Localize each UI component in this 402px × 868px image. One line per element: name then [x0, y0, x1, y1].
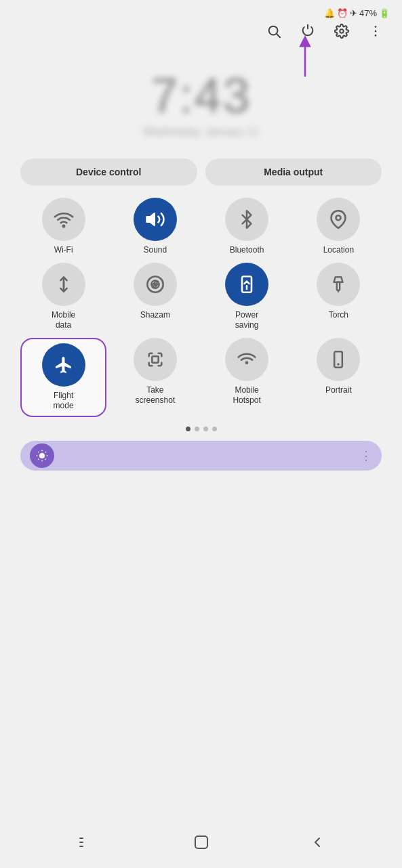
mobile-data-icon-circle	[42, 263, 85, 306]
sound-icon-circle	[134, 198, 177, 241]
svg-point-10	[336, 215, 341, 220]
svg-rect-33	[195, 836, 207, 848]
qs-header	[0, 21, 402, 47]
tile-mobile-data[interactable]: Mobiledata	[20, 263, 106, 331]
control-buttons: Device control Media output	[20, 158, 382, 186]
power-saving-icon-circle	[225, 263, 268, 306]
alarm-icon: 🔔	[324, 8, 335, 18]
portrait-icon-circle	[317, 338, 360, 381]
svg-point-2	[340, 29, 344, 33]
torch-label: Torch	[329, 310, 348, 321]
hotspot-icon-circle	[225, 338, 268, 381]
svg-point-8	[62, 225, 64, 227]
flight-mode-label: Flightmode	[54, 391, 74, 412]
power-icon[interactable]	[300, 24, 315, 42]
airplane-icon: ✈	[350, 8, 357, 18]
wifi-icon-circle	[42, 198, 85, 241]
brightness-thumb	[30, 443, 54, 468]
svg-rect-17	[152, 356, 158, 362]
screenshot-label: Takescreenshot	[136, 385, 176, 406]
brightness-more-icon[interactable]: ⋮	[360, 448, 372, 463]
location-icon-circle	[317, 198, 360, 241]
dot-1	[186, 427, 190, 431]
search-icon[interactable]	[266, 24, 281, 42]
portrait-label: Portrait	[325, 385, 352, 396]
svg-point-5	[375, 35, 377, 37]
device-control-button[interactable]: Device control	[20, 158, 197, 186]
tile-portrait[interactable]: Portrait	[296, 338, 382, 417]
bluetooth-label: Bluetooth	[230, 245, 264, 256]
battery-percentage: 47%	[359, 8, 377, 18]
torch-icon-circle	[317, 263, 360, 306]
more-options-icon[interactable]	[368, 24, 383, 42]
tile-mobile-hotspot[interactable]: MobileHotspot	[204, 338, 290, 417]
hotspot-label: MobileHotspot	[233, 385, 260, 406]
status-bar: 🔔 ⏰ ✈ 47% 🔋	[0, 0, 402, 21]
flight-mode-icon-circle	[42, 343, 85, 387]
svg-rect-15	[337, 282, 340, 290]
dot-3	[203, 427, 208, 431]
dot-4	[212, 427, 217, 431]
clock-area: 7:43 Wednesday, January 11	[0, 47, 402, 152]
svg-line-1	[277, 34, 280, 37]
bluetooth-icon-circle	[225, 198, 268, 241]
svg-point-21	[39, 453, 45, 458]
svg-line-29	[45, 452, 46, 452]
tile-wifi[interactable]: Wi-Fi	[20, 198, 106, 256]
tile-location[interactable]: Location	[296, 198, 382, 256]
clock-date: Wednesday, January 11	[143, 126, 259, 138]
clock-time: 7:43	[150, 68, 251, 123]
quick-tiles-area: Device control Media output Wi-Fi	[0, 152, 402, 431]
svg-line-25	[45, 459, 46, 460]
battery-icon: 🔋	[379, 8, 390, 18]
location-label: Location	[323, 245, 354, 256]
media-output-button[interactable]: Media output	[205, 158, 382, 186]
settings-icon[interactable]	[334, 24, 349, 42]
mobile-data-label: Mobiledata	[52, 310, 75, 331]
svg-point-18	[245, 361, 249, 364]
svg-marker-9	[146, 213, 154, 225]
shazam-icon-circle	[134, 263, 177, 306]
tile-shazam[interactable]: Shazam	[112, 263, 198, 331]
tile-flight-mode[interactable]: Flightmode	[20, 338, 106, 417]
svg-point-4	[375, 30, 377, 32]
status-icons: 🔔 ⏰ ✈ 47% 🔋	[324, 8, 390, 18]
dot-2	[195, 427, 199, 431]
shazam-label: Shazam	[140, 310, 170, 321]
svg-line-24	[38, 452, 39, 452]
bottom-navigation	[0, 821, 402, 868]
back-button[interactable]	[302, 827, 332, 861]
brightness-slider[interactable]: ⋮	[20, 441, 382, 471]
sound-label: Sound	[144, 245, 167, 256]
home-button[interactable]	[186, 827, 216, 861]
screenshot-icon-circle	[134, 338, 177, 381]
clock-icon: ⏰	[337, 8, 348, 18]
svg-point-3	[375, 26, 377, 28]
recent-apps-button[interactable]	[71, 827, 100, 861]
tile-power-saving[interactable]: Powersaving	[204, 263, 290, 331]
tile-take-screenshot[interactable]: Takescreenshot	[112, 338, 198, 417]
dot-indicators	[20, 427, 382, 431]
wifi-label: Wi-Fi	[54, 245, 73, 256]
tile-grid: Wi-Fi Sound Bluetooth	[20, 198, 382, 417]
tile-torch[interactable]: Torch	[296, 263, 382, 331]
tile-sound[interactable]: Sound	[112, 198, 198, 256]
tile-bluetooth[interactable]: Bluetooth	[204, 198, 290, 256]
power-saving-label: Powersaving	[235, 310, 259, 331]
svg-line-28	[38, 459, 39, 460]
